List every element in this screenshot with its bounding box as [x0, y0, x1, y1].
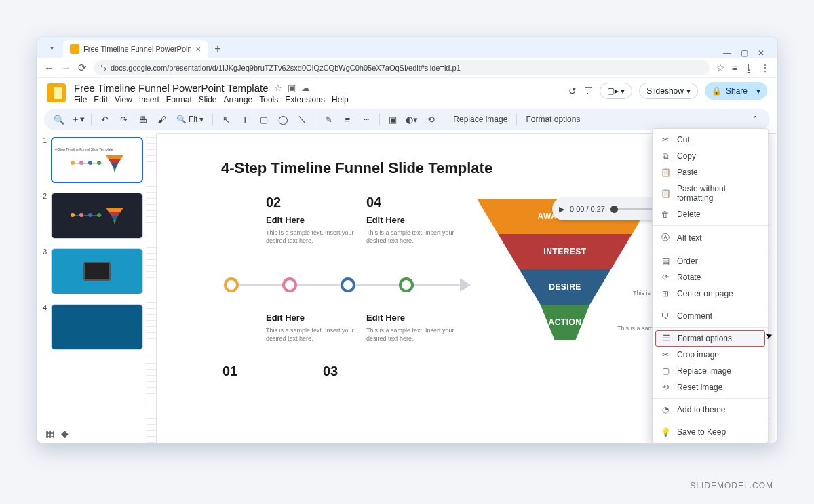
context-comment[interactable]: 🗨Comment: [653, 308, 768, 324]
browser-tab[interactable]: Free Timeline Funnel PowerPoin ×: [63, 40, 208, 58]
select-tool-icon[interactable]: ↖: [218, 111, 234, 128]
extensions-icon[interactable]: ≡: [732, 62, 737, 73]
share-button[interactable]: 🔒 Share ▾: [705, 82, 767, 100]
slides-logo-icon[interactable]: [47, 83, 66, 102]
tab-menu-icon[interactable]: ▾: [45, 41, 58, 54]
border-dash-icon[interactable]: ┄: [358, 111, 374, 128]
redo-icon[interactable]: ↷: [115, 111, 132, 128]
menu-file[interactable]: File: [74, 95, 87, 104]
menu-edit[interactable]: Edit: [94, 95, 108, 104]
edit-04[interactable]: Edit Here: [366, 215, 454, 225]
thumbnail-1[interactable]: 4-Step Timeline Funnel Slide Template: [51, 137, 143, 183]
funnel-interest[interactable]: INTEREST: [477, 234, 653, 269]
sample-04[interactable]: This is a sample text. Insert your desir…: [366, 229, 454, 245]
address-bar[interactable]: ⇆ docs.google.com/presentation/d/1IJKgJe…: [94, 60, 710, 75]
slideshow-button[interactable]: Slideshow▾: [639, 83, 698, 99]
edit-03[interactable]: Edit Here: [366, 313, 454, 323]
edit-01[interactable]: Edit Here: [266, 313, 354, 323]
bookmark-icon[interactable]: ☆: [716, 62, 725, 73]
new-slide-button[interactable]: ＋▾: [70, 111, 86, 128]
window-maximize-icon[interactable]: ▢: [741, 48, 748, 58]
site-info-icon[interactable]: ⇆: [100, 63, 106, 72]
menu-slide[interactable]: Slide: [199, 95, 217, 104]
explore-icon[interactable]: ◆: [61, 428, 69, 439]
shape-tool-icon[interactable]: ◯: [275, 111, 291, 128]
context-order[interactable]: ▤Order: [653, 253, 768, 269]
zoom-dropdown[interactable]: 🔍 Fit ▾: [172, 111, 208, 128]
browser-menu-icon[interactable]: ⋮: [760, 62, 770, 73]
download-icon[interactable]: ⭳: [744, 62, 754, 73]
menu-format[interactable]: Format: [166, 95, 192, 104]
thumbnail-2[interactable]: [51, 193, 143, 239]
textbox-tool-icon[interactable]: T: [237, 111, 253, 128]
num-02[interactable]: 02: [266, 195, 281, 210]
move-icon[interactable]: ▣: [288, 83, 296, 93]
star-icon[interactable]: ☆: [274, 83, 282, 93]
menu-view[interactable]: View: [115, 95, 132, 104]
context-copy[interactable]: ⧉Copy: [653, 148, 768, 164]
thumbnail-3[interactable]: [51, 248, 143, 294]
menu-tools[interactable]: Tools: [259, 95, 278, 104]
context-save-to-keep[interactable]: 💡Save to Keep: [653, 424, 768, 440]
replace-image-button[interactable]: Replace image: [449, 111, 511, 128]
context-replace-image[interactable]: ▢Replace image: [653, 363, 768, 379]
context-alt-text[interactable]: ⒶAlt text: [653, 229, 768, 247]
sample-01[interactable]: This is a sample text. Insert your desir…: [266, 326, 354, 343]
menu-help[interactable]: Help: [332, 95, 349, 104]
num-01[interactable]: 01: [222, 364, 237, 379]
thumbnail-4[interactable]: [51, 304, 143, 350]
line-tool-icon[interactable]: ＼: [294, 111, 310, 128]
context-paste[interactable]: 📋Paste: [653, 164, 768, 180]
meet-button[interactable]: ▢▸ ▾: [600, 83, 632, 99]
edit-02[interactable]: Edit Here: [266, 215, 354, 225]
format-options-button[interactable]: Format options: [522, 111, 584, 128]
print-icon[interactable]: 🖶: [134, 111, 151, 128]
context-reset-image[interactable]: ⟲Reset image: [653, 379, 768, 395]
window-minimize-icon[interactable]: —: [723, 48, 731, 58]
funnel-action[interactable]: ACTION: [477, 305, 653, 340]
timeline-dot-1[interactable]: [224, 277, 239, 292]
history-icon[interactable]: ↺: [568, 85, 577, 96]
sample-03[interactable]: This is a sample text. Insert your desir…: [366, 326, 454, 343]
paint-format-icon[interactable]: 🖌: [153, 111, 170, 128]
timeline-dot-3[interactable]: [341, 277, 355, 292]
window-close-icon[interactable]: ✕: [758, 48, 764, 58]
cloud-status-icon[interactable]: ☁: [301, 83, 310, 93]
nav-reload-icon[interactable]: ⟳: [78, 62, 87, 74]
undo-icon[interactable]: ↶: [96, 111, 113, 128]
context-center[interactable]: ⊞Center on page: [653, 286, 768, 302]
search-menus-icon[interactable]: 🔍: [51, 111, 67, 128]
nav-back-icon[interactable]: ←: [44, 62, 54, 73]
browser-urlbar: ← → ⟳ ⇆ docs.google.com/presentation/d/1…: [37, 58, 777, 78]
context-paste-without-formatting[interactable]: 📋Paste without formatting: [653, 180, 768, 206]
num-04[interactable]: 04: [366, 195, 381, 210]
tab-close-icon[interactable]: ×: [196, 44, 201, 54]
reset-image-icon[interactable]: ⟲: [423, 111, 439, 128]
context-delete[interactable]: 🗑Delete: [653, 206, 768, 222]
funnel-desire[interactable]: DESIRE: [477, 269, 653, 305]
num-03[interactable]: 03: [323, 364, 338, 379]
share-dropdown-icon[interactable]: ▾: [752, 86, 760, 96]
context-add-to-theme[interactable]: ◔Add to theme: [653, 402, 768, 418]
context-crop-image[interactable]: ✂Crop image: [653, 347, 768, 363]
context-format-options[interactable]: ☰Format options: [655, 330, 765, 347]
new-tab-button[interactable]: +: [214, 43, 220, 55]
mask-icon[interactable]: ◐▾: [404, 111, 420, 128]
image-tool-icon[interactable]: ▢: [256, 111, 272, 128]
menu-arrange[interactable]: Arrange: [224, 95, 253, 104]
grid-view-icon[interactable]: ▦: [45, 428, 54, 439]
context-rotate[interactable]: ⟳Rotate: [653, 269, 768, 286]
menu-extensions[interactable]: Extensions: [285, 95, 325, 104]
border-weight-icon[interactable]: ≡: [339, 111, 355, 128]
border-color-icon[interactable]: ✎: [320, 111, 336, 128]
context-cut[interactable]: ✂Cut: [653, 132, 768, 148]
crop-icon[interactable]: ▣: [385, 111, 401, 128]
timeline-dot-2[interactable]: [282, 277, 297, 292]
comments-icon[interactable]: 🗨: [583, 85, 593, 96]
document-title[interactable]: Free Timeline Funnel PowerPoint Template: [74, 82, 269, 94]
sample-02[interactable]: This is a sample text. Insert your desir…: [266, 229, 354, 245]
timeline-dot-4[interactable]: [399, 277, 414, 292]
play-icon[interactable]: ▶: [559, 205, 564, 214]
toolbar-collapse-icon[interactable]: ˄: [747, 111, 763, 128]
menu-insert[interactable]: Insert: [139, 95, 159, 104]
